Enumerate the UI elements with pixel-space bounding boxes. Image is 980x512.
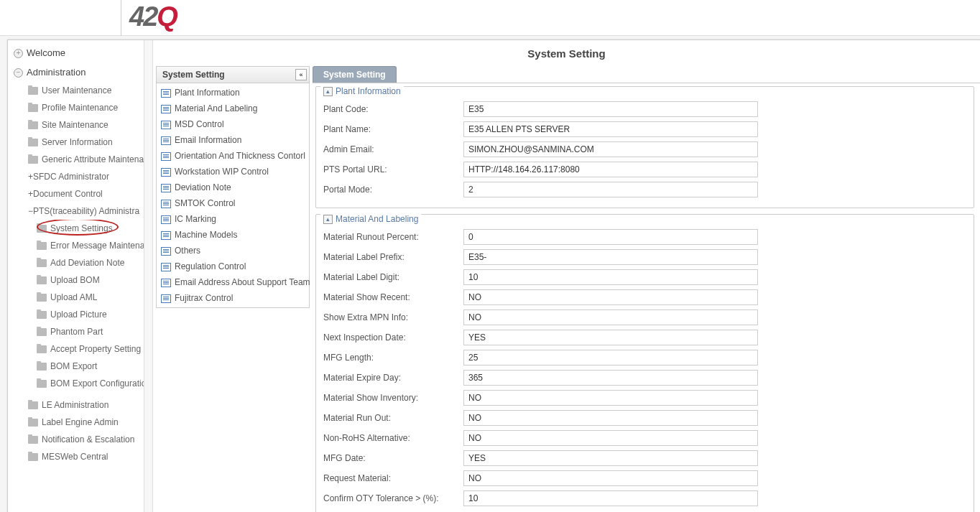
form-input[interactable] bbox=[463, 430, 758, 446]
settings-tree-item[interactable]: Email Address About Support Team bbox=[157, 274, 309, 290]
form-area: ▴Plant InformationPlant Code:Plant Name:… bbox=[313, 83, 980, 512]
form-row: PTS Portal URL: bbox=[323, 162, 966, 177]
settings-tree-item[interactable]: Machine Models bbox=[157, 227, 309, 243]
doc-icon bbox=[161, 247, 171, 256]
form-input[interactable] bbox=[463, 182, 758, 197]
nav-item-upload-picture[interactable]: Upload Picture bbox=[8, 306, 144, 323]
nav-item-profile-maintenance[interactable]: Profile Maintenance bbox=[8, 99, 144, 116]
form-label: Material Show Recent: bbox=[323, 292, 463, 302]
settings-tree-item[interactable]: Workstation WIP Control bbox=[157, 164, 309, 180]
nav-item-error-message[interactable]: Error Message Maintenance bbox=[8, 237, 144, 254]
nav-item-notification[interactable]: Notification & Escalation bbox=[8, 431, 144, 448]
nav-document-control[interactable]: +Document Control bbox=[8, 185, 144, 203]
form-row: Material Runout Percent: bbox=[323, 229, 966, 245]
nav-item-le-admin[interactable]: LE Administration bbox=[8, 396, 144, 414]
fieldset: ▴Plant InformationPlant Code:Plant Name:… bbox=[315, 86, 974, 208]
form-row: Portal Mode: bbox=[323, 182, 966, 197]
form-row: Admin Email: bbox=[323, 141, 966, 157]
form-input[interactable] bbox=[463, 350, 758, 366]
settings-tree-item[interactable]: Regulation Control bbox=[157, 259, 309, 274]
collapse-icon[interactable]: « bbox=[295, 69, 307, 80]
minus-icon[interactable]: − bbox=[14, 68, 23, 78]
collapse-up-icon[interactable]: ▴ bbox=[323, 215, 333, 224]
nav-item-accept-property[interactable]: Accept Property Setting bbox=[8, 340, 144, 358]
nav-sfdc-admin[interactable]: +SFDC Administrator bbox=[8, 168, 144, 185]
settings-tree-item[interactable]: Plant Information bbox=[157, 85, 309, 101]
settings-tree-item[interactable]: MSD Control bbox=[157, 116, 309, 132]
folder-icon bbox=[28, 453, 38, 461]
nav-item-upload-aml[interactable]: Upload AML bbox=[8, 289, 144, 306]
nav-item-bom-export-config[interactable]: BOM Export Configuration bbox=[8, 375, 144, 392]
nav-label: Accept Property Setting bbox=[50, 344, 141, 354]
form-input[interactable] bbox=[463, 370, 758, 386]
form-input[interactable] bbox=[463, 490, 758, 506]
settings-tree-item[interactable]: Email Information bbox=[157, 132, 309, 148]
settings-tree-item-label: SMTOK Control bbox=[175, 198, 235, 208]
settings-tree-item[interactable]: Deviation Note bbox=[157, 180, 309, 195]
folder-icon bbox=[37, 311, 47, 319]
nav-label: Add Deviation Note bbox=[50, 258, 124, 268]
form-input[interactable] bbox=[463, 289, 758, 305]
folder-icon bbox=[37, 276, 47, 284]
form-input[interactable] bbox=[463, 162, 758, 177]
splitter[interactable] bbox=[144, 40, 153, 512]
plus-icon[interactable]: + bbox=[14, 49, 23, 58]
form-row: MFG Date: bbox=[323, 450, 966, 466]
nav-pts-admin[interactable]: −PTS(traceability) Administra bbox=[8, 203, 144, 220]
form-input[interactable] bbox=[463, 309, 758, 325]
form-input[interactable] bbox=[463, 141, 758, 157]
nav-welcome[interactable]: +Welcome bbox=[8, 43, 144, 62]
folder-icon bbox=[28, 419, 38, 427]
tab-system-setting[interactable]: System Setting bbox=[313, 66, 397, 83]
plus-icon[interactable]: + bbox=[28, 172, 33, 182]
form-input[interactable] bbox=[463, 121, 758, 137]
settings-tree-item[interactable]: IC Marking bbox=[157, 211, 309, 227]
nav-item-generic-attribute[interactable]: Generic Attribute Maintena bbox=[8, 151, 144, 168]
form-input[interactable] bbox=[463, 390, 758, 406]
form-row: Material Label Prefix: bbox=[323, 249, 966, 265]
logo-q: Q bbox=[157, 1, 177, 32]
nav-item-label-engine[interactable]: Label Engine Admin bbox=[8, 414, 144, 431]
form-row: Material Expire Day: bbox=[323, 370, 966, 386]
nav-item-phantom-part[interactable]: Phantom Part bbox=[8, 323, 144, 340]
settings-tree-item[interactable]: Others bbox=[157, 243, 309, 259]
doc-icon bbox=[161, 200, 171, 208]
doc-icon bbox=[161, 89, 171, 98]
settings-tree-list: Plant InformationMaterial And LabelingMS… bbox=[156, 83, 310, 308]
form-row: Plant Code: bbox=[323, 101, 966, 117]
doc-icon bbox=[161, 152, 171, 161]
form-input[interactable] bbox=[463, 229, 758, 245]
plus-icon[interactable]: + bbox=[28, 189, 33, 199]
form-input[interactable] bbox=[463, 330, 758, 345]
form-row: MFG Length: bbox=[323, 350, 966, 366]
form-label: MFG Length: bbox=[323, 353, 463, 363]
settings-tree-item[interactable]: Fujitrax Control bbox=[157, 290, 309, 306]
nav-administration[interactable]: −Administration bbox=[8, 62, 144, 82]
form-input[interactable] bbox=[463, 410, 758, 426]
nav-item-bom-export[interactable]: BOM Export bbox=[8, 358, 144, 375]
nav-item-add-deviation[interactable]: Add Deviation Note bbox=[8, 254, 144, 271]
nav-item-site-maintenance[interactable]: Site Maintenance bbox=[8, 116, 144, 134]
header-divider bbox=[121, 0, 121, 36]
settings-tree-item[interactable]: Orientation And Thickness Contorl bbox=[157, 148, 309, 164]
collapse-up-icon[interactable]: ▴ bbox=[323, 87, 333, 96]
settings-tree-item[interactable]: Material And Labeling bbox=[157, 101, 309, 116]
form-input[interactable] bbox=[463, 101, 758, 117]
form-label: Material Runout Percent: bbox=[323, 232, 463, 242]
settings-tree-item-label: Orientation And Thickness Contorl bbox=[175, 151, 305, 161]
main-container: +Welcome −Administration User Maintenanc… bbox=[7, 39, 980, 512]
folder-icon bbox=[28, 156, 38, 164]
nav-item-upload-bom[interactable]: Upload BOM bbox=[8, 271, 144, 289]
nav-item-server-information[interactable]: Server Information bbox=[8, 134, 144, 151]
minus-icon[interactable]: − bbox=[28, 206, 33, 216]
settings-tree-item[interactable]: SMTOK Control bbox=[157, 195, 309, 211]
form-input[interactable] bbox=[463, 450, 758, 466]
form-input[interactable] bbox=[463, 249, 758, 265]
nav-item-user-maintenance[interactable]: User Maintenance bbox=[8, 82, 144, 99]
nav-item-mesweb[interactable]: MESWeb Central bbox=[8, 448, 144, 465]
form-label: Material Expire Day: bbox=[323, 373, 463, 383]
form-input[interactable] bbox=[463, 470, 758, 486]
folder-icon bbox=[28, 401, 38, 409]
nav-item-system-settings[interactable]: System Settings bbox=[8, 220, 144, 237]
form-input[interactable] bbox=[463, 269, 758, 285]
